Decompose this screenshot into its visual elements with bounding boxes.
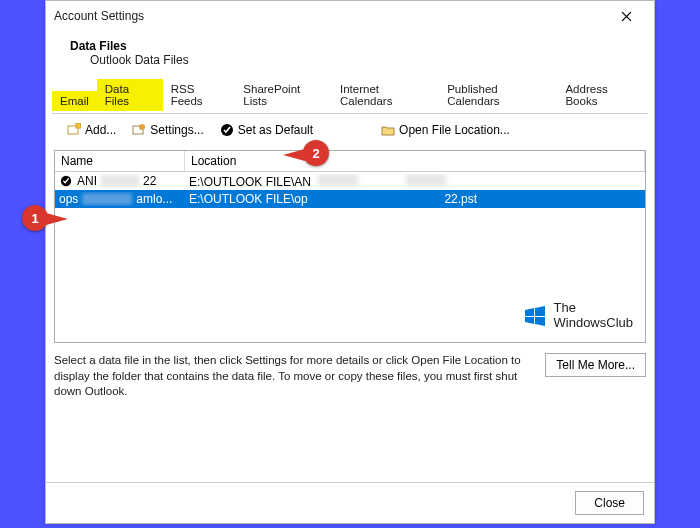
dialog-header: Data Files Outlook Data Files	[46, 31, 654, 79]
header-title: Data Files	[70, 39, 634, 53]
window-title: Account Settings	[54, 9, 606, 23]
tab-published-calendars[interactable]: Published Calendars	[439, 79, 557, 111]
redacted	[406, 174, 446, 186]
tab-email[interactable]: Email	[52, 91, 97, 111]
set-default-label: Set as Default	[238, 123, 313, 137]
tab-data-files[interactable]: Data Files	[97, 79, 163, 111]
cell-name: ops amlo...	[55, 192, 185, 206]
table-row[interactable]: ops amlo... E:\OUTLOOK FILE\op 22.pst	[55, 190, 645, 208]
add-label: Add...	[85, 123, 116, 137]
cell-location: E:\OUTLOOK FILE\op 22.pst	[185, 192, 645, 206]
hint-row: Select a data file in the list, then cli…	[54, 353, 646, 400]
toolbar: Add... Settings... Set as Default Open F…	[52, 113, 648, 150]
window-close-button[interactable]	[606, 3, 646, 29]
tab-strip: Email Data Files RSS Feeds SharePoint Li…	[46, 79, 654, 111]
close-button[interactable]: Close	[575, 491, 644, 515]
brand-line1: The	[554, 301, 633, 315]
tab-rss-feeds[interactable]: RSS Feeds	[163, 79, 236, 111]
set-default-button[interactable]: Set as Default	[213, 120, 320, 140]
watermark-logo: The WindowsClub	[522, 301, 633, 330]
svg-rect-3	[76, 123, 81, 128]
header-subtitle: Outlook Data Files	[70, 53, 634, 67]
hint-text: Select a data file in the list, then cli…	[54, 353, 535, 400]
cell-location: E:\OUTLOOK FILE\AN	[185, 174, 645, 189]
svg-point-5	[139, 124, 145, 130]
account-settings-window: Account Settings Data Files Outlook Data…	[45, 0, 655, 524]
redacted	[101, 175, 139, 187]
windowsclub-icon	[522, 303, 548, 329]
cell-name: ANI 22	[55, 174, 185, 188]
table-header: Name Location	[55, 151, 645, 172]
column-name[interactable]: Name	[55, 151, 185, 171]
settings-icon	[132, 123, 146, 137]
redacted	[318, 174, 358, 186]
column-location[interactable]: Location	[185, 151, 645, 171]
check-icon	[220, 123, 234, 137]
add-icon	[67, 123, 81, 137]
add-button[interactable]: Add...	[60, 120, 123, 140]
tab-internet-calendars[interactable]: Internet Calendars	[332, 79, 439, 111]
titlebar: Account Settings	[46, 1, 654, 31]
close-icon	[621, 11, 632, 22]
settings-label: Settings...	[150, 123, 203, 137]
default-check-icon	[59, 174, 73, 188]
tab-sharepoint-lists[interactable]: SharePoint Lists	[235, 79, 332, 111]
tell-me-more-button[interactable]: Tell Me More...	[545, 353, 646, 377]
open-file-location-label: Open File Location...	[399, 123, 510, 137]
settings-button[interactable]: Settings...	[125, 120, 210, 140]
redacted	[82, 193, 132, 205]
tab-address-books[interactable]: Address Books	[557, 79, 648, 111]
folder-icon	[381, 123, 395, 137]
data-files-table: Name Location ANI 22 E:\OUTLOOK FILE\AN	[54, 150, 646, 343]
open-file-location-button[interactable]: Open File Location...	[374, 120, 517, 140]
brand-line2: WindowsClub	[554, 316, 633, 330]
dialog-footer: Close	[46, 482, 654, 523]
table-body: ANI 22 E:\OUTLOOK FILE\AN ops amlo...	[55, 172, 645, 342]
table-row[interactable]: ANI 22 E:\OUTLOOK FILE\AN	[55, 172, 645, 190]
